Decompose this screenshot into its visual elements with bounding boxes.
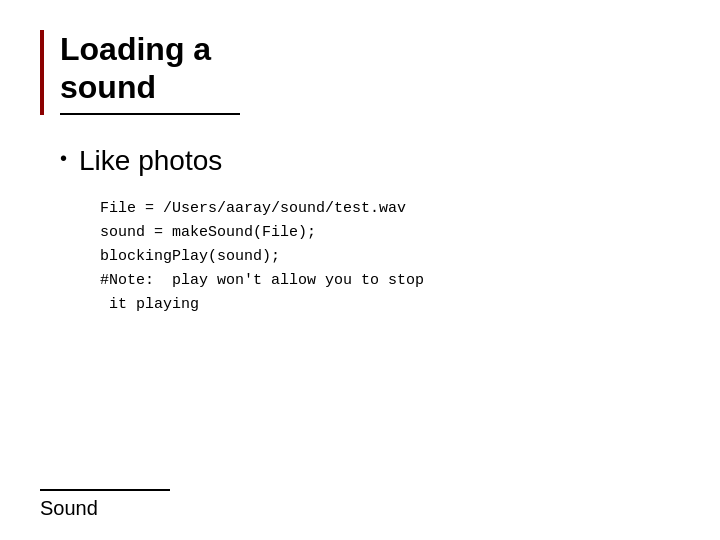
bullet-dot: •	[60, 147, 67, 170]
title-line1: Loading a	[60, 30, 680, 68]
slide: Loading a sound • Like photos File = /Us…	[0, 0, 720, 540]
footer-section: Sound	[40, 489, 170, 520]
code-line-4: #Note: play won't allow you to stop	[100, 269, 680, 293]
title-underline	[60, 113, 240, 115]
bullet-item: • Like photos	[60, 145, 680, 177]
footer-label: Sound	[40, 497, 98, 519]
code-line-3: blockingPlay(sound);	[100, 245, 680, 269]
title-section: Loading a sound	[40, 30, 680, 115]
content-section: • Like photos File = /Users/aaray/sound/…	[40, 145, 680, 317]
code-line-1: File = /Users/aaray/sound/test.wav	[100, 197, 680, 221]
title-line2: sound	[60, 68, 680, 106]
code-line-2: sound = makeSound(File);	[100, 221, 680, 245]
bullet-label: Like photos	[79, 145, 222, 177]
code-block: File = /Users/aaray/sound/test.wav sound…	[100, 197, 680, 317]
code-line-5: it playing	[100, 293, 680, 317]
